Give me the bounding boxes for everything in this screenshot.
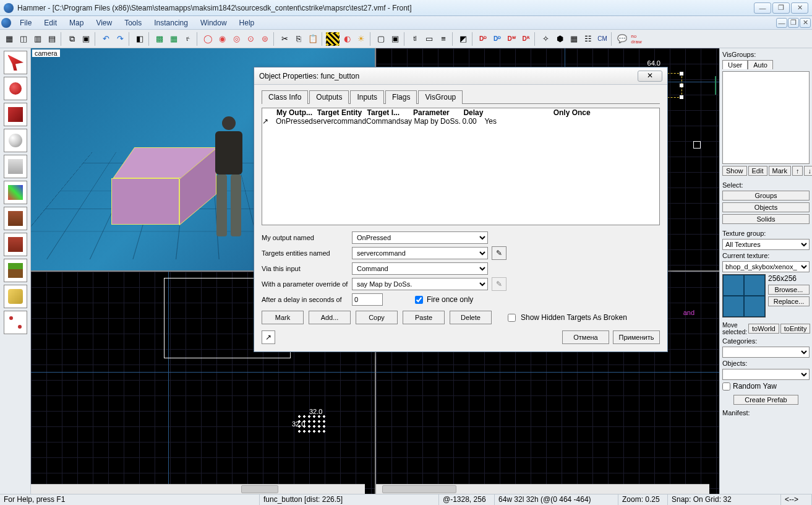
menu-view[interactable]: View <box>90 17 118 28</box>
minimize-button[interactable]: — <box>754 2 771 14</box>
visgroup-list[interactable] <box>722 71 810 164</box>
tool-grid-large-icon[interactable]: ▤ <box>45 32 59 46</box>
target-select[interactable]: servercommand <box>352 247 488 259</box>
maximize-button[interactable]: ❐ <box>772 2 790 14</box>
menu-map[interactable]: Map <box>63 17 90 28</box>
output-select[interactable]: OnPressed <box>352 231 488 244</box>
create-prefab-button[interactable]: Create Prefab <box>733 395 798 405</box>
show-hidden-checkbox[interactable] <box>508 314 516 322</box>
viewport-side-scrollbar[interactable] <box>376 484 710 494</box>
close-button[interactable]: ✕ <box>791 2 808 14</box>
tool-dm1-icon[interactable]: Dᴰ <box>476 32 490 46</box>
tool-cut-icon[interactable]: ✂ <box>278 32 291 46</box>
tool-paste-icon[interactable]: 📋 <box>306 32 320 46</box>
cancel-button[interactable]: Отмена <box>562 330 609 344</box>
visgroup-down-button[interactable]: ↓ <box>804 166 812 176</box>
output-row[interactable]: ↗ OnPressed servercommand Command say Ma… <box>262 117 659 126</box>
tool-radius-icon[interactable]: ◐ <box>340 32 354 46</box>
select-groups-button[interactable]: Groups <box>722 191 810 201</box>
paste-button[interactable]: Paste <box>403 311 445 324</box>
apply-button[interactable]: Применить <box>613 330 660 344</box>
tool-texscale-icon[interactable]: tᴸ <box>181 32 195 46</box>
menu-window[interactable]: Window <box>194 17 233 28</box>
tool-flag-icon[interactable]: ◩ <box>456 32 470 46</box>
delay-input[interactable] <box>352 293 383 306</box>
toentity-button[interactable]: toEntity <box>780 324 811 334</box>
tool-alignbox-icon[interactable]: ▭ <box>422 32 436 46</box>
tool-sel4-icon[interactable]: ⊙ <box>244 32 257 46</box>
overlay-tool[interactable] <box>4 259 27 282</box>
tool-snap-icon[interactable]: ◫ <box>17 32 30 46</box>
tool-dm3-icon[interactable]: Dᵂ <box>505 32 518 46</box>
col-target[interactable]: Target Entity <box>313 108 366 117</box>
fire-once-checkbox[interactable] <box>415 296 423 304</box>
visgroup-edit-button[interactable]: Edit <box>748 166 767 176</box>
tab-outputs[interactable]: Outputs <box>309 90 349 104</box>
copy-button[interactable]: Copy <box>356 311 398 324</box>
tool-group-icon[interactable]: ▣ <box>79 32 93 46</box>
tool-nodraw-icon[interactable]: nodraw <box>630 32 643 46</box>
selection-tool[interactable] <box>4 51 27 74</box>
mdi-minimize-button[interactable]: — <box>776 18 787 28</box>
mdi-restore-button[interactable]: ❐ <box>788 18 799 28</box>
tool-grid-icon[interactable]: ▦ <box>2 32 16 46</box>
input-select[interactable]: Command <box>352 262 488 275</box>
tool-box2-icon[interactable]: ▣ <box>388 32 402 46</box>
visgroup-tab-user[interactable]: User <box>722 60 748 69</box>
tool-cm-icon[interactable]: CM <box>596 32 609 46</box>
col-param[interactable]: Parameter <box>400 108 462 117</box>
texture-browse-button[interactable]: Browse... <box>768 285 810 295</box>
texture-tool[interactable] <box>4 181 27 204</box>
tool-undo-icon[interactable]: ↶ <box>99 32 113 46</box>
block-tool[interactable] <box>4 155 27 178</box>
outputs-table[interactable]: My Outp... Target Entity Target I... Par… <box>262 108 660 225</box>
mdi-close-button[interactable]: ✕ <box>800 18 811 28</box>
apply-tex-tool[interactable] <box>4 207 27 230</box>
select-solids-button[interactable]: Solids <box>722 214 810 224</box>
visgroup-show-button[interactable]: Show <box>722 166 747 176</box>
tool-warn-icon[interactable] <box>326 32 340 46</box>
tool-dm2-icon[interactable]: Dᴰ <box>490 32 504 46</box>
tool-tex-icon[interactable]: ▩ <box>153 32 166 46</box>
random-yaw-checkbox[interactable] <box>722 382 730 391</box>
vertex-tool[interactable] <box>4 311 27 334</box>
scrollbar-v-marker[interactable] <box>715 76 716 95</box>
clip-tool[interactable] <box>4 285 27 308</box>
menu-tools[interactable]: Tools <box>118 17 148 28</box>
tool-grid-small-icon[interactable]: ▥ <box>31 32 45 46</box>
eyedropper-button[interactable]: ✎ <box>492 246 506 260</box>
tool-copy-icon[interactable]: ⎘ <box>292 32 306 46</box>
delete-button[interactable]: Delete <box>450 311 492 324</box>
param-select[interactable]: say Map by DoSs. <box>352 278 488 290</box>
tool-dm4-icon[interactable]: Dᴿ <box>519 32 532 46</box>
col-output[interactable]: My Outp... <box>276 108 313 117</box>
select-objects-button[interactable]: Objects <box>722 202 810 212</box>
mark-button[interactable]: Mark <box>262 311 304 324</box>
decal-tool[interactable] <box>4 233 27 256</box>
tool-box1-icon[interactable]: ▢ <box>374 32 388 46</box>
entity-tool[interactable] <box>4 129 27 152</box>
tab-class-info[interactable]: Class Info <box>262 90 308 104</box>
tool-wrench-icon[interactable]: ✧ <box>539 32 552 46</box>
tab-visgroup[interactable]: VisGroup <box>418 90 463 104</box>
dialog-close-button[interactable]: ✕ <box>638 71 662 82</box>
magnify-tool[interactable] <box>4 77 27 100</box>
tool-hex-icon[interactable]: ⬢ <box>553 32 566 46</box>
texture-replace-button[interactable]: Replace... <box>768 296 810 306</box>
menu-edit[interactable]: Edit <box>38 17 63 28</box>
toworld-button[interactable]: toWorld <box>748 324 779 334</box>
col-delay[interactable]: Delay <box>462 108 484 117</box>
col-once[interactable]: Only Once <box>484 108 659 117</box>
tool-tex2-icon[interactable]: ▦ <box>567 32 581 46</box>
visgroup-tab-auto[interactable]: Auto <box>748 60 773 69</box>
tool-sel3-icon[interactable]: ◎ <box>229 32 243 46</box>
tool-sel1-icon[interactable]: ◯ <box>201 32 215 46</box>
tool-sel5-icon[interactable]: ⊚ <box>258 32 271 46</box>
tool-align-icon[interactable]: ≡ <box>437 32 450 46</box>
visgroup-up-button[interactable]: ↑ <box>792 166 803 176</box>
tool-tl-icon[interactable]: tl <box>408 32 422 46</box>
objects-select[interactable] <box>722 369 810 380</box>
tool-sel2-icon[interactable]: ◉ <box>215 32 229 46</box>
tool-light-icon[interactable]: ☀ <box>354 32 368 46</box>
tool-cordon-icon[interactable]: ◧ <box>133 32 147 46</box>
